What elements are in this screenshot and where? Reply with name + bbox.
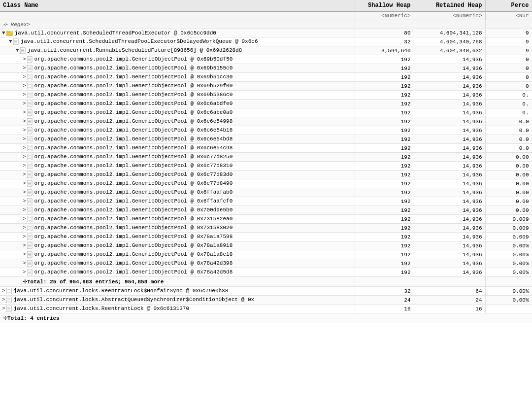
expand-arrow-icon[interactable]: >: [23, 234, 26, 239]
table-row[interactable]: > org.apache.commons.pool2.impl.GenericO…: [0, 91, 532, 100]
table-row[interactable]: > org.apache.commons.pool2.impl.GenericO…: [0, 188, 532, 197]
retained-heap-cell: 14,936: [414, 144, 485, 153]
expand-arrow-icon[interactable]: >: [23, 242, 26, 248]
percent-cell: 0.: [485, 100, 532, 108]
table-row[interactable]: > org.apache.commons.pool2.impl.GenericO…: [0, 126, 532, 135]
expand-arrow-icon[interactable]: >: [23, 180, 26, 186]
shallow-heap-cell: 192: [355, 91, 414, 100]
table-row[interactable]: > org.apache.commons.pool2.impl.GenericO…: [0, 233, 532, 241]
shallow-heap-cell: 192: [355, 268, 414, 277]
expand-arrow-icon[interactable]: >: [23, 269, 26, 275]
shallow-heap-cell: 192: [355, 188, 414, 197]
retained-heap-cell: 14,936: [414, 82, 485, 91]
expand-arrow-icon[interactable]: >: [23, 127, 26, 133]
retained-heap-cell: 14,936: [414, 224, 485, 233]
expand-arrow-icon[interactable]: >: [23, 101, 26, 106]
class-name-text: java.util.concurrent.ScheduledThreadPool…: [15, 30, 216, 36]
table-row[interactable]: > org.apache.commons.pool2.impl.GenericO…: [0, 179, 532, 188]
expand-arrow-icon[interactable]: >: [23, 109, 26, 115]
percent-cell: 0.00%: [485, 287, 532, 296]
total-percent: [485, 277, 532, 287]
retained-heap-header[interactable]: Retained Heap: [414, 0, 485, 11]
class-name-text: org.apache.commons.pool2.impl.GenericObj…: [34, 216, 233, 222]
table-row[interactable]: > org.apache.commons.pool2.impl.GenericO…: [0, 73, 532, 82]
table-row[interactable]: > org.apache.commons.pool2.impl.GenericO…: [0, 250, 532, 259]
class-name-text: org.apache.commons.pool2.impl.GenericObj…: [34, 171, 233, 177]
retained-heap-cell: 16: [414, 305, 485, 313]
shallow-heap-cell: 192: [355, 233, 414, 241]
expand-arrow-icon[interactable]: >: [23, 225, 26, 231]
table-row[interactable]: > org.apache.commons.pool2.impl.GenericO…: [0, 153, 532, 162]
table-row[interactable]: > org.apache.commons.pool2.impl.GenericO…: [0, 268, 532, 277]
table-row[interactable]: > java.util.concurrent.locks.ReentrantLo…: [0, 305, 532, 313]
percent-cell: 0.009: [485, 233, 532, 241]
expand-arrow-icon[interactable]: >: [23, 198, 26, 204]
expand-arrow-icon[interactable]: >: [2, 288, 5, 294]
shallow-heap-cell: 192: [355, 170, 414, 179]
class-name-cell: > org.apache.commons.pool2.impl.GenericO…: [0, 224, 355, 233]
regex-retained: [414, 20, 485, 29]
table-row[interactable]: > org.apache.commons.pool2.impl.GenericO…: [0, 170, 532, 179]
table-row[interactable]: > org.apache.commons.pool2.impl.GenericO…: [0, 206, 532, 215]
expand-arrow-icon[interactable]: >: [23, 92, 26, 98]
expand-arrow-icon[interactable]: >: [23, 74, 26, 80]
class-name-text: org.apache.commons.pool2.impl.GenericObj…: [34, 136, 233, 142]
percent-cell: [485, 305, 532, 313]
expand-arrow-icon[interactable]: >: [23, 56, 26, 62]
class-name-cell: > org.apache.commons.pool2.impl.GenericO…: [0, 179, 355, 188]
total-row[interactable]: ⊹Total: 25 of 954,883 entries; 954,858 m…: [0, 277, 532, 287]
expand-arrow-icon[interactable]: ▼: [9, 38, 12, 44]
table-row[interactable]: > org.apache.commons.pool2.impl.GenericO…: [0, 215, 532, 224]
table-row[interactable]: > java.util.concurrent.locks.ReentrantLo…: [0, 287, 532, 296]
class-name-cell: > java.util.concurrent.locks.ReentrantLo…: [0, 305, 355, 313]
table-row[interactable]: > org.apache.commons.pool2.impl.GenericO…: [0, 135, 532, 144]
expand-arrow-icon[interactable]: >: [23, 189, 26, 195]
table-row[interactable]: > org.apache.commons.pool2.impl.GenericO…: [0, 241, 532, 250]
expand-arrow-icon[interactable]: >: [23, 163, 26, 169]
expand-arrow-icon[interactable]: >: [23, 83, 26, 89]
table-row[interactable]: > org.apache.commons.pool2.impl.GenericO…: [0, 64, 532, 73]
class-name-text: org.apache.commons.pool2.impl.GenericObj…: [34, 180, 233, 186]
expand-arrow-icon[interactable]: >: [23, 154, 26, 160]
expand-arrow-icon[interactable]: >: [23, 260, 26, 266]
expand-arrow-icon[interactable]: >: [23, 136, 26, 142]
table-row[interactable]: > org.apache.commons.pool2.impl.GenericO…: [0, 259, 532, 268]
table-row[interactable]: > org.apache.commons.pool2.impl.GenericO…: [0, 144, 532, 153]
table-row[interactable]: ▼ java.util.concurrent.RunnableScheduled…: [0, 46, 532, 55]
shallow-heap-cell: 192: [355, 162, 414, 170]
expand-arrow-icon[interactable]: >: [23, 251, 26, 257]
expand-arrow-icon[interactable]: >: [23, 216, 26, 222]
expand-arrow-icon[interactable]: >: [23, 171, 26, 177]
table-row[interactable]: > org.apache.commons.pool2.impl.GenericO…: [0, 82, 532, 91]
table-row[interactable]: > org.apache.commons.pool2.impl.GenericO…: [0, 55, 532, 64]
retained-heap-cell: 4,604,341,128: [414, 29, 485, 37]
final-total-row[interactable]: ⊹Total: 4 entries: [0, 313, 532, 323]
expand-arrow-icon[interactable]: >: [2, 306, 5, 311]
table-row[interactable]: > org.apache.commons.pool2.impl.GenericO…: [0, 224, 532, 233]
expand-arrow-icon[interactable]: >: [23, 207, 26, 213]
class-name-text: java.util.concurrent.RunnableScheduledFu…: [28, 47, 242, 53]
table-row[interactable]: > java.util.concurrent.locks.AbstractQue…: [0, 296, 532, 305]
expand-arrow-icon[interactable]: ▼: [2, 30, 5, 36]
percent-header[interactable]: Perce: [485, 0, 532, 11]
table-body: ⊹ Regex> ▼ java.util.concurrent.Schedule…: [0, 20, 532, 323]
classname-header[interactable]: Class Name: [0, 0, 355, 11]
expand-arrow-icon[interactable]: >: [23, 118, 26, 124]
shallow-heap-header[interactable]: Shallow Heap: [355, 0, 414, 11]
table-row[interactable]: > org.apache.commons.pool2.impl.GenericO…: [0, 117, 532, 126]
expand-arrow-icon[interactable]: >: [23, 145, 26, 151]
table-row[interactable]: > org.apache.commons.pool2.impl.GenericO…: [0, 100, 532, 108]
table-row[interactable]: > org.apache.commons.pool2.impl.GenericO…: [0, 197, 532, 206]
shallow-heap-cell: 192: [355, 108, 414, 117]
table-row[interactable]: ▼ java.util.concurrent.ScheduledThreadPo…: [0, 37, 532, 46]
class-name-cell: > org.apache.commons.pool2.impl.GenericO…: [0, 144, 355, 153]
table-row[interactable]: > org.apache.commons.pool2.impl.GenericO…: [0, 108, 532, 117]
percent-cell: 9: [485, 37, 532, 46]
expand-arrow-icon[interactable]: ▼: [16, 47, 19, 53]
retained-heap-cell: 14,936: [414, 55, 485, 64]
expand-arrow-icon[interactable]: >: [2, 297, 5, 303]
table-row[interactable]: ▼ java.util.concurrent.ScheduledThreadPo…: [0, 29, 532, 37]
shallow-heap-cell: 16: [355, 305, 414, 313]
expand-arrow-icon[interactable]: >: [23, 65, 26, 71]
table-row[interactable]: > org.apache.commons.pool2.impl.GenericO…: [0, 162, 532, 170]
